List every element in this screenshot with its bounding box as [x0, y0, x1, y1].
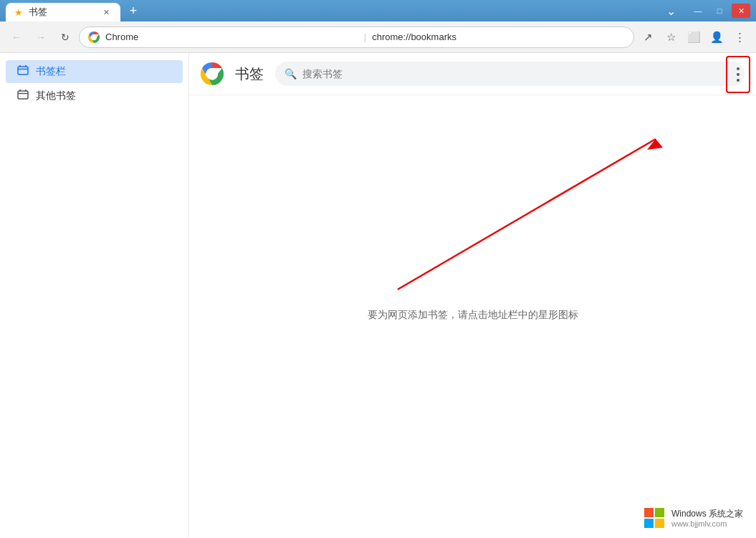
watermark-text-block: Windows 系统之家 www.bjjmlv.com [671, 508, 743, 529]
svg-rect-8 [644, 508, 654, 517]
content-header: 书签 🔍 [189, 53, 756, 95]
maximize-button[interactable]: □ [710, 4, 729, 18]
dot-3 [737, 79, 740, 82]
back-button[interactable]: ← [6, 27, 27, 48]
svg-rect-9 [655, 508, 664, 517]
empty-hint-text: 要为网页添加书签，请点击地址栏中的星形图标 [368, 309, 578, 322]
forward-button[interactable]: → [30, 27, 52, 48]
watermark-line1: Windows 系统之家 [671, 508, 743, 520]
minimize-button[interactable]: — [689, 4, 707, 18]
title-bar-right: ⌄ — □ ✕ [661, 4, 750, 18]
page-chrome-icon [201, 62, 224, 85]
bookmark-star-button[interactable]: ☆ [660, 27, 681, 48]
other-bookmarks-icon [17, 89, 29, 103]
chrome-name: Chrome [105, 32, 358, 42]
empty-content-area: 要为网页添加书签，请点击地址栏中的星形图标 [189, 95, 756, 538]
svg-rect-10 [644, 519, 654, 528]
tab-close-button[interactable]: ✕ [100, 6, 112, 18]
nav-right-icons: ↗ ☆ ⬜ 👤 ⋮ [637, 27, 750, 48]
share-button[interactable]: ↗ [637, 27, 659, 48]
tab-scroll-button[interactable]: ⌄ [661, 4, 680, 18]
sidebar: 书签栏 其他书签 [0, 53, 189, 538]
tab-grid-button[interactable]: ⬜ [683, 27, 704, 48]
active-tab[interactable]: ★ 书签 ✕ [6, 3, 120, 21]
close-button[interactable]: ✕ [732, 4, 750, 18]
dot-1 [737, 67, 740, 70]
navigation-bar: ← → ↻ Chrome | chrome://bookmarks ↗ ☆ ⬜ … [0, 21, 756, 53]
profile-button[interactable]: 👤 [706, 27, 727, 48]
address-separator: | [364, 32, 366, 42]
svg-rect-11 [655, 519, 664, 528]
svg-rect-3 [18, 91, 28, 99]
sidebar-item-bookmarks-bar-label: 书签栏 [36, 65, 66, 78]
sidebar-item-bookmarks-bar[interactable]: 书签栏 [6, 60, 183, 83]
more-options-button-highlighted[interactable] [726, 56, 750, 93]
content-area: 书签 🔍 要为网页添加书签，请点击地址栏中的星形图标 [189, 53, 756, 538]
more-menu-button[interactable]: ⋮ [729, 27, 750, 48]
sidebar-item-other-bookmarks[interactable]: 其他书签 [6, 85, 183, 107]
title-bar-left: ★ 书签 ✕ + [6, 1, 143, 21]
bookmarks-bar-icon [17, 64, 29, 79]
tab-favicon: ★ [14, 7, 23, 18]
reload-button[interactable]: ↻ [54, 27, 76, 48]
svg-point-1 [92, 35, 96, 39]
chrome-logo-icon [88, 32, 100, 43]
title-bar: ★ 书签 ✕ + ⌄ — □ ✕ [0, 0, 756, 21]
more-options-dots [737, 67, 740, 82]
main-content: 书签栏 其他书签 [0, 53, 756, 538]
svg-rect-2 [18, 67, 28, 75]
search-input[interactable] [302, 68, 735, 80]
search-icon: 🔍 [284, 68, 297, 80]
page-title: 书签 [235, 64, 264, 84]
address-bar[interactable]: Chrome | chrome://bookmarks [79, 27, 634, 48]
watermark: Windows 系统之家 www.bjjmlv.com [638, 504, 750, 532]
tab-title: 书签 [29, 6, 47, 19]
windows-logo-icon [643, 506, 666, 529]
dot-2 [737, 73, 740, 76]
search-bar[interactable]: 🔍 [275, 62, 745, 86]
address-url: chrome://bookmarks [372, 32, 625, 42]
svg-point-5 [209, 70, 216, 77]
sidebar-item-other-bookmarks-label: 其他书签 [36, 90, 76, 102]
watermark-line2: www.bjjmlv.com [671, 519, 743, 528]
new-tab-button[interactable]: + [123, 1, 143, 21]
